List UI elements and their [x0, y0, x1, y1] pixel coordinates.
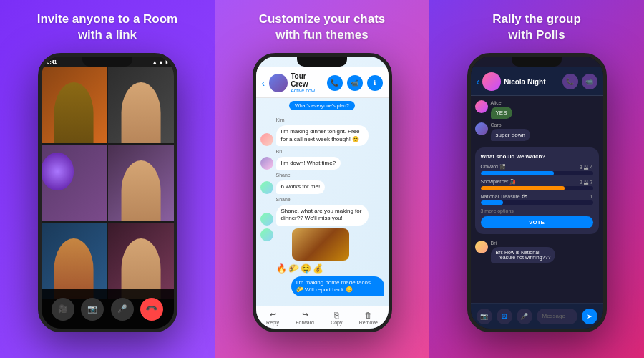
poll-vote-button[interactable]: VOTE: [481, 216, 593, 228]
chat-actions: 📞 📹 ℹ: [327, 75, 383, 91]
remove-button[interactable]: 🗑 Remove: [359, 311, 378, 325]
msg-sender-shane: Shane: [276, 173, 384, 178]
poll-question: What should we watch?: [481, 153, 593, 160]
msg-avatar-shane2: [260, 213, 273, 226]
camera-switch-icon: 📷: [87, 304, 97, 314]
emoji-money: 💰: [313, 263, 323, 274]
poll-option-2-text: Snowpiercer 🚂: [481, 179, 517, 185]
poll-option-2-label: Snowpiercer 🚂 2 🗳 7: [481, 179, 593, 185]
call-controls: 🎥 📷 🎤 📞: [42, 289, 174, 329]
group-prompt-bubble: What's everyone's plan?: [289, 101, 355, 110]
poll-messages: Alice YES Carol super down: [471, 96, 603, 303]
video-cell-5: [42, 223, 107, 299]
emoji-fire: 🔥: [276, 263, 287, 274]
poll-bar-fill-3: [481, 200, 503, 205]
poll-option-3[interactable]: National Treasure 🗺 1: [481, 194, 593, 205]
poll-bar-fill-1: [481, 171, 554, 175]
poll-avatar-bri: [475, 241, 488, 253]
poll-msg-carol: Carol super down: [475, 122, 599, 141]
chat-back-button[interactable]: ‹: [262, 77, 265, 89]
forward-icon: ↪: [302, 310, 308, 319]
status-icons-left: ▲ ▲ ▮: [152, 59, 168, 64]
poll-option-2[interactable]: Snowpiercer 🚂 2 🗳 7: [481, 179, 593, 190]
poll-card: What should we watch? Onward 🎬 3 🗳 4: [475, 147, 599, 234]
phone-notch-right: [512, 57, 562, 67]
poll-vote-label: VOTE: [529, 219, 545, 226]
center-panel-title: Customize your chats with fun themes: [259, 11, 386, 43]
msg-row-1: I'm making dinner tonight. Free for a ca…: [260, 125, 384, 146]
msg-row-media: [260, 228, 384, 261]
msg-bubble-2: I'm down! What time?: [276, 157, 341, 170]
poll-send-button[interactable]: ➤: [582, 309, 597, 324]
video-cell-6: [108, 223, 174, 299]
info-button[interactable]: ℹ: [367, 75, 383, 91]
poll-contact-name: Nicola Night: [504, 78, 559, 86]
msg-bubble-4: Shane, what are you making for dinner?? …: [276, 205, 369, 226]
msg-row-2: I'm down! What time?: [260, 157, 384, 170]
msg-avatar-shane: [260, 181, 273, 194]
camera-switch-button[interactable]: 📷: [81, 298, 104, 321]
poll-image-button[interactable]: 🖼: [497, 309, 512, 324]
group-prompt-area: What's everyone's plan?: [256, 98, 389, 113]
poll-avatar-carol: [475, 122, 488, 135]
poll-bottom-bar: 📷 🖼 🎤 Message ➤: [471, 303, 603, 329]
mic-toggle-button[interactable]: 🎤: [111, 298, 134, 321]
video-toggle-button[interactable]: 🎥: [52, 298, 74, 321]
poll-bar-fill-2: [481, 186, 565, 190]
poll-msg-alice: Alice YES: [475, 100, 599, 119]
poll-msg-bubble-alice: YES: [491, 107, 512, 119]
msg-avatar-bri: [260, 157, 273, 170]
phone-notch: [82, 57, 132, 67]
poll-option-3-text: National Treasure 🗺: [481, 194, 527, 199]
chat-bottom-bar: ↩ Reply ↪ Forward ⎘ Copy 🗑 Remove: [256, 306, 389, 329]
chat-group-avatar: [269, 74, 288, 92]
poll-option-1-text: Onward 🎬: [481, 164, 506, 170]
poll-mic-button[interactable]: 🎤: [517, 309, 532, 324]
left-phone-screen: 🎥 📷 🎤 📞: [42, 57, 174, 329]
poll-msg-content-carol: Carol super down: [491, 122, 530, 141]
poll-message-input[interactable]: Message: [537, 309, 577, 324]
poll-option-1-label: Onward 🎬 3 🗳 4: [481, 164, 593, 170]
video-cell-4: [108, 145, 174, 221]
poll-actions: 📞 📹: [562, 74, 597, 90]
msg-row-sent: I'm making home made tacos 🌮 Will report…: [260, 276, 384, 297]
status-time-left: 9:41: [47, 59, 57, 64]
poll-bar-bg-2: [481, 186, 593, 190]
phone-call-button[interactable]: 📞: [327, 75, 343, 91]
left-panel-title: Invite anyone to a Room with a link: [37, 11, 177, 43]
poll-msg-name-alice: Alice: [491, 100, 512, 105]
msg-sender-shane2: Shane: [276, 197, 384, 202]
poll-contact-avatar: [482, 72, 501, 91]
poll-option-1[interactable]: Onward 🎬 3 🗳 4: [481, 164, 593, 175]
center-phone: ‹ Tour Crew Active now 📞 📹 ℹ What's ever…: [253, 53, 392, 332]
poll-camera-button[interactable]: 📷: [477, 309, 492, 324]
remove-icon: 🗑: [364, 311, 372, 319]
reply-button[interactable]: ↩ Reply: [266, 310, 279, 325]
poll-video-button[interactable]: 📹: [582, 74, 597, 90]
poll-msg-content-alice: Alice YES: [491, 100, 512, 119]
remove-label: Remove: [359, 320, 378, 325]
poll-back-button[interactable]: ‹: [477, 76, 480, 87]
end-call-icon: 📞: [145, 302, 158, 316]
poll-avatar-alice: [475, 100, 488, 113]
right-phone: ‹ Nicola Night 📞 📹 Alice Y: [467, 53, 607, 332]
copy-button[interactable]: ⎘ Copy: [331, 311, 342, 325]
poll-msg-name-carol: Carol: [491, 122, 530, 127]
copy-icon: ⎘: [334, 311, 339, 319]
poll-screen: ‹ Nicola Night 📞 📹 Alice Y: [471, 57, 603, 329]
center-panel: Customize your chats with fun themes ‹ T…: [215, 0, 429, 358]
center-phone-screen: ‹ Tour Crew Active now 📞 📹 ℹ What's ever…: [256, 57, 389, 329]
avatar-face-2: [121, 82, 160, 144]
chat-media-image: [292, 228, 349, 261]
video-call-button[interactable]: 📹: [347, 75, 363, 91]
poll-msg-name-bri: Bri: [491, 241, 556, 246]
left-phone: 9:41 ▲ ▲ ▮: [38, 53, 177, 332]
avatar-face-4: [121, 160, 160, 222]
poll-msg-bubble-carol: super down: [491, 129, 530, 141]
forward-button[interactable]: ↪ Forward: [296, 310, 314, 325]
poll-msg-bubble-bri: Bri: How is NationalTreasure not winning…: [491, 247, 556, 263]
poll-option-1-votes: 3 🗳 4: [580, 165, 593, 170]
end-call-button[interactable]: 📞: [140, 298, 163, 321]
poll-phone-button[interactable]: 📞: [562, 74, 578, 90]
msg-row-4: Shane, what are you making for dinner?? …: [260, 205, 384, 226]
